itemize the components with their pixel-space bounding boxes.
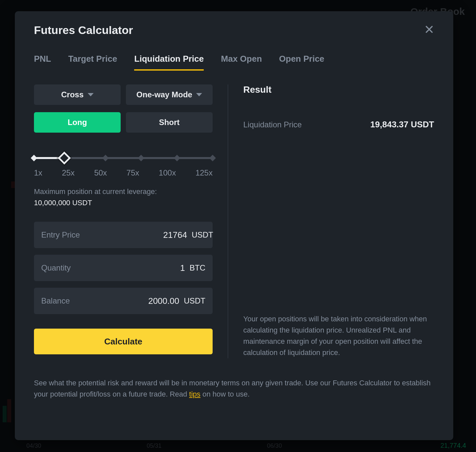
- slider-label: 1x: [34, 168, 42, 178]
- slider-label: 75x: [127, 168, 139, 178]
- short-button[interactable]: Short: [126, 112, 213, 133]
- tab-liquidation-price[interactable]: Liquidation Price: [134, 54, 204, 71]
- slider-tick: [31, 155, 37, 161]
- entry-price-unit: USDT: [192, 230, 213, 240]
- tab-max-open[interactable]: Max Open: [221, 54, 262, 71]
- close-icon: [424, 24, 434, 34]
- quantity-input[interactable]: [71, 263, 185, 273]
- calculator-tabs: PNL Target Price Liquidation Price Max O…: [34, 54, 434, 71]
- quantity-field[interactable]: Quantity BTC: [34, 255, 213, 281]
- position-mode-value: One-way Mode: [136, 90, 192, 99]
- result-note: Your open positions will be taken into c…: [243, 300, 434, 358]
- leverage-slider[interactable]: 1x 25x 50x 75x 100x 125x: [34, 157, 213, 178]
- slider-tick: [174, 155, 180, 161]
- quantity-unit: BTC: [190, 263, 205, 273]
- chevron-down-icon: [196, 93, 202, 96]
- result-title: Result: [243, 84, 434, 95]
- result-label: Liquidation Price: [243, 120, 302, 129]
- slider-label: 125x: [195, 168, 213, 178]
- result-value: 19,843.37 USDT: [370, 119, 434, 130]
- footer-text-after: on how to use.: [200, 390, 250, 398]
- slider-labels: 1x 25x 50x 75x 100x 125x: [34, 168, 213, 178]
- entry-price-label: Entry Price: [41, 230, 80, 240]
- balance-label: Balance: [41, 296, 70, 306]
- balance-unit: USDT: [184, 296, 205, 306]
- futures-calculator-modal: Futures Calculator PNL Target Price Liqu…: [15, 11, 453, 440]
- entry-price-input[interactable]: [80, 230, 187, 240]
- tab-target-price[interactable]: Target Price: [68, 54, 117, 71]
- max-position-value: 10,000,000 USDT: [34, 199, 213, 207]
- tips-link[interactable]: tips: [189, 390, 200, 398]
- balance-field[interactable]: Balance USDT: [34, 288, 213, 314]
- chevron-down-icon: [88, 93, 94, 96]
- slider-tick: [138, 155, 144, 161]
- max-position-label: Maximum position at current leverage:: [34, 187, 213, 196]
- position-mode-dropdown[interactable]: One-way Mode: [126, 84, 213, 105]
- calculate-button[interactable]: Calculate: [34, 329, 213, 354]
- margin-mode-dropdown[interactable]: Cross: [34, 84, 121, 105]
- slider-label: 100x: [159, 168, 176, 178]
- long-button[interactable]: Long: [34, 112, 121, 133]
- slider-label: 25x: [62, 168, 75, 178]
- footer-note: See what the potential risk and reward w…: [34, 377, 434, 400]
- tab-open-price[interactable]: Open Price: [279, 54, 324, 71]
- close-button[interactable]: [424, 24, 434, 36]
- slider-thumb[interactable]: [58, 151, 71, 165]
- slider-label: 50x: [94, 168, 107, 178]
- quantity-label: Quantity: [41, 263, 71, 273]
- balance-input[interactable]: [70, 296, 179, 306]
- slider-tick: [209, 155, 216, 161]
- entry-price-field[interactable]: Entry Price USDT: [34, 222, 213, 248]
- tab-pnl[interactable]: PNL: [34, 54, 51, 71]
- result-panel: Result Liquidation Price 19,843.37 USDT …: [228, 84, 434, 358]
- margin-mode-value: Cross: [61, 90, 83, 99]
- slider-tick: [102, 155, 109, 161]
- modal-title: Futures Calculator: [34, 24, 133, 37]
- calculator-form: Cross One-way Mode Long Short: [34, 84, 228, 358]
